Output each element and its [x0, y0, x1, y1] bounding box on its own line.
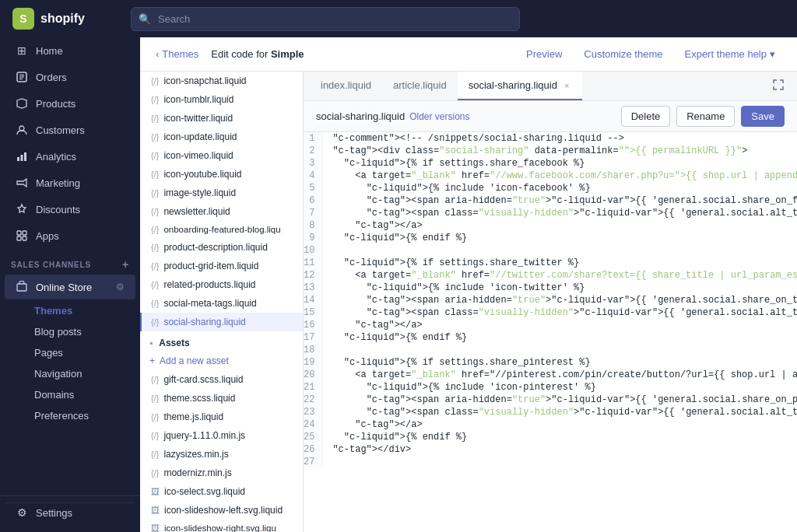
- file-item-modernizr[interactable]: {/} modernizr.min.js: [140, 464, 303, 482]
- sidebar-item-settings[interactable]: ⚙ Settings: [5, 502, 135, 525]
- products-icon: [16, 97, 28, 110]
- expert-help-button[interactable]: Expert theme help ▾: [678, 45, 781, 63]
- save-button[interactable]: Save: [741, 106, 785, 127]
- online-store-icon: [16, 281, 28, 293]
- line-number: 17: [304, 331, 323, 344]
- tab-social-sharing[interactable]: social-sharing.liquid ×: [458, 72, 583, 100]
- assets-section-header[interactable]: ▪ Assets: [140, 331, 303, 352]
- fullscreen-button[interactable]: [766, 74, 791, 99]
- file-code-icon: {/}: [151, 132, 159, 142]
- sidebar-item-products[interactable]: Products: [5, 91, 135, 116]
- file-item-tumblr[interactable]: {/} icon-tumblr.liquid: [140, 90, 303, 109]
- svg-rect-10: [17, 236, 21, 240]
- line-number: 22: [304, 394, 323, 406]
- sidebar-sub-themes[interactable]: Themes: [5, 301, 135, 320]
- preview-button[interactable]: Preview: [520, 45, 568, 63]
- svg-rect-7: [24, 152, 26, 161]
- line-number: 3: [304, 157, 323, 170]
- file-item-gift-card[interactable]: {/} gift-card.scss.liquid: [140, 370, 303, 389]
- file-item-vimeo[interactable]: {/} icon-vimeo.liquid: [140, 146, 303, 165]
- tab-article[interactable]: article.liquid: [382, 72, 458, 100]
- sidebar-item-analytics[interactable]: Analytics: [5, 144, 135, 169]
- tabs-list: index.liquid article.liquid social-shari…: [310, 72, 582, 100]
- file-item-related[interactable]: {/} related-products.liquid: [140, 275, 303, 294]
- line-content: "c-liquid">{% include 'icon-twitter' %}: [323, 282, 797, 294]
- sidebar-sub-domains[interactable]: Domains: [5, 385, 135, 404]
- add-channel-icon[interactable]: +: [122, 258, 129, 271]
- file-code-icon: {/}: [151, 95, 159, 104]
- file-code-icon: {/}: [151, 317, 159, 327]
- code-line: 10: [304, 244, 797, 257]
- code-area[interactable]: 1"c-comment"><!-- /snippets/social-shari…: [304, 132, 797, 532]
- add-asset-link[interactable]: + Add a new asset: [140, 352, 303, 370]
- customize-theme-button[interactable]: Customize theme: [578, 45, 669, 63]
- file-code-icon: {/}: [151, 170, 159, 179]
- file-item-slideshow-right[interactable]: 🖼 icon-slideshow-right.svg.liqu: [140, 520, 303, 532]
- file-item-image-style[interactable]: {/} image-style.liquid: [140, 184, 303, 202]
- tab-index[interactable]: index.liquid: [310, 72, 382, 100]
- file-code-icon: {/}: [151, 207, 159, 216]
- sidebar-item-online-store[interactable]: Online Store ⚙: [5, 275, 135, 299]
- main-layout: ⊞ Home Orders Products Customers Analy: [0, 37, 797, 532]
- file-item-theme-js[interactable]: {/} theme.js.liquid: [140, 408, 303, 426]
- assets-section-label: Assets: [159, 338, 189, 348]
- file-code-icon: {/}: [151, 243, 159, 252]
- line-number: 9: [304, 232, 323, 244]
- sidebar-item-orders[interactable]: Orders: [5, 65, 135, 89]
- file-item-product-desc[interactable]: {/} product-description.liquid: [140, 238, 303, 257]
- line-number: 25: [304, 431, 323, 443]
- svg-rect-5: [17, 157, 19, 161]
- line-content: [323, 456, 797, 468]
- search-input[interactable]: [131, 7, 520, 31]
- line-content: "c-liquid">{% endif %}: [323, 232, 797, 244]
- themes-label: Themes: [34, 305, 72, 317]
- file-item-product-grid[interactable]: {/} product-grid-item.liquid: [140, 257, 303, 275]
- code-line: 3 "c-liquid">{% if settings.share_facebo…: [304, 157, 797, 170]
- code-line: 15 "c-tag"><span class="visually-hidden"…: [304, 306, 797, 319]
- file-item-twitter[interactable]: {/} icon-twitter.liquid: [140, 109, 303, 128]
- svg-rect-11: [23, 236, 26, 240]
- sidebar-item-marketing[interactable]: Marketing: [5, 170, 135, 195]
- sidebar-sub-blog-posts[interactable]: Blog posts: [5, 322, 135, 341]
- rename-button[interactable]: Rename: [676, 106, 735, 127]
- file-item-newsletter[interactable]: {/} newsletter.liquid: [140, 202, 303, 221]
- sidebar-item-home[interactable]: ⊞ Home: [5, 38, 135, 63]
- file-item-ico-select[interactable]: 🖼 ico-select.svg.liquid: [140, 482, 303, 501]
- analytics-icon: [16, 150, 28, 163]
- add-icon: +: [149, 355, 155, 366]
- code-line: 23 "c-tag"><span class="visually-hidden"…: [304, 406, 797, 418]
- file-item-onboarding[interactable]: {/} onboarding-featured-blog.liqu: [140, 221, 303, 238]
- content-area: ‹ Themes Edit code for Simple Preview Cu…: [140, 37, 797, 532]
- line-content: "c-liquid">{% if settings.share_facebook…: [323, 157, 797, 170]
- breadcrumb-back-link[interactable]: ‹ Themes: [156, 48, 198, 60]
- file-item-snapchat[interactable]: {/} icon-snapchat.liquid: [140, 72, 303, 90]
- sidebar-sub-navigation[interactable]: Navigation: [5, 364, 135, 383]
- line-content: "c-liquid">{% endif %}: [323, 331, 797, 344]
- sidebar-sub-pages[interactable]: Pages: [5, 343, 135, 362]
- tab-close-icon[interactable]: ×: [562, 80, 571, 91]
- file-item-lazysizes[interactable]: {/} lazysizes.min.js: [140, 445, 303, 464]
- file-item-youtube[interactable]: {/} icon-youtube.liquid: [140, 165, 303, 184]
- sidebar-item-customers[interactable]: Customers: [5, 117, 135, 142]
- file-code-icon: {/}: [151, 280, 159, 289]
- sidebar-sub-preferences[interactable]: Preferences: [5, 406, 135, 425]
- older-versions-link[interactable]: Older versions: [409, 111, 469, 122]
- file-item-slideshow-left[interactable]: 🖼 icon-slideshow-left.svg.liquid: [140, 501, 303, 520]
- sidebar-item-apps[interactable]: Apps: [5, 223, 135, 248]
- file-item-update[interactable]: {/} icon-update.liquid: [140, 128, 303, 146]
- file-item-jquery[interactable]: {/} jquery-1.11.0.min.js: [140, 426, 303, 445]
- online-store-settings-icon[interactable]: ⚙: [116, 282, 125, 292]
- breadcrumb-back-label: Themes: [162, 48, 198, 60]
- add-asset-label: Add a new asset: [160, 355, 229, 366]
- navigation-label: Navigation: [34, 368, 82, 380]
- file-code-icon: {/}: [151, 394, 159, 403]
- editor-panel: index.liquid article.liquid social-shari…: [304, 72, 797, 532]
- file-item-social-sharing[interactable]: {/} social-sharing.liquid: [140, 313, 303, 331]
- file-item-theme-scss[interactable]: {/} theme.scss.liquid: [140, 389, 303, 408]
- sidebar-item-discounts[interactable]: Discounts: [5, 197, 135, 222]
- search-bar-container: 🔍: [131, 7, 520, 31]
- delete-button[interactable]: Delete: [621, 106, 671, 127]
- file-image-icon: 🖼: [151, 487, 160, 496]
- file-item-social-meta[interactable]: {/} social-meta-tags.liquid: [140, 294, 303, 313]
- sidebar-item-label: Discounts: [36, 204, 80, 215]
